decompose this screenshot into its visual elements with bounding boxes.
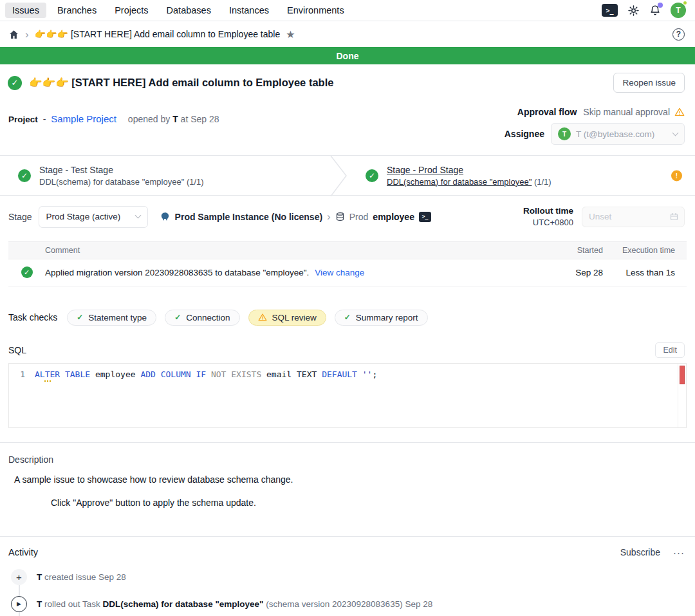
breadcrumb-chevron-icon: › — [25, 29, 29, 40]
warning-triangle-icon — [674, 107, 685, 117]
nav-tab-issues[interactable]: Issues — [5, 3, 46, 18]
database-link[interactable]: employee — [373, 212, 414, 222]
activity-date: Sep 28 — [98, 572, 126, 582]
check-pill-label: Connection — [186, 313, 230, 322]
row-execution-time: Less than 1s — [603, 268, 675, 277]
database-path: Prod Sample Instance (No license) › Prod… — [160, 211, 431, 222]
avatar-initial: T — [676, 6, 680, 15]
opened-by-text: opened by T at Sep 28 — [128, 114, 219, 124]
task-checks-label: Task checks — [8, 312, 57, 322]
activity-meta: (schema version 20230928083635) — [266, 599, 402, 609]
assignee-select[interactable]: T T (t@bytebase.com) — [551, 123, 685, 145]
help-glyph: ? — [676, 30, 681, 39]
activity-action: rolled out Task — [44, 599, 100, 609]
stage-strip: ✓ Stage - Test Stage DDL(schema) for dat… — [0, 155, 695, 196]
activity-header: Activity Subscribe ··· — [8, 547, 685, 558]
description-line: Click "Approve" button to apply the sche… — [51, 498, 685, 508]
approval-flow-value: Skip manual approval — [583, 107, 685, 117]
reopen-issue-button[interactable]: Reopen issue — [613, 73, 685, 93]
activity-section: Activity Subscribe ··· + T created issue… — [0, 537, 695, 616]
table-row[interactable]: ✓ Applied migration version 202309280836… — [8, 259, 687, 286]
assignee-row: Assignee T T (t@bytebase.com) — [505, 123, 685, 145]
nav-tab-projects[interactable]: Projects — [107, 3, 155, 18]
row-started: Sep 28 — [558, 268, 603, 277]
stage-prod-task-count: (1/1) — [534, 177, 551, 187]
stage-warning-badge[interactable]: ! — [671, 170, 682, 181]
project-link[interactable]: Sample Project — [51, 113, 116, 124]
stage-test-check-icon: ✓ — [18, 169, 31, 182]
editor-scrollbar[interactable] — [678, 364, 686, 427]
star-icon[interactable]: ★ — [286, 28, 295, 41]
subscribe-button[interactable]: Subscribe — [620, 547, 660, 557]
activity-date: Sep 28 — [405, 599, 432, 609]
stage-test-name: Stage - Test Stage — [39, 165, 204, 175]
opened-by-user: T — [172, 114, 178, 124]
assignee-value: T (t@bytebase.com) — [576, 129, 668, 139]
column-header-started: Started — [558, 246, 603, 255]
sql-editor-icon[interactable]: >_ — [602, 4, 618, 17]
project-label: Project — [8, 115, 38, 124]
activity-action: created issue — [44, 572, 96, 582]
more-options-icon[interactable]: ··· — [673, 547, 685, 558]
help-icon[interactable]: ? — [672, 28, 685, 41]
timeline-connector — [19, 585, 20, 596]
check-success-icon: ✓ — [344, 313, 351, 322]
stage-prod-task: DDL(schema) for database "employee" (1/1… — [387, 177, 551, 187]
line-number: 1 — [9, 369, 35, 379]
play-circle-icon: ▶ — [11, 596, 27, 612]
nav-tab-instances[interactable]: Instances — [222, 3, 276, 18]
open-sql-editor-icon[interactable]: >_ — [419, 212, 431, 222]
home-icon[interactable] — [8, 29, 19, 40]
row-comment-text: Applied migration version 20230928083635… — [45, 268, 309, 277]
row-success-check-icon: ✓ — [21, 266, 33, 278]
stage-divider-chevron — [329, 156, 349, 196]
opened-at: at Sep 28 — [181, 114, 219, 124]
check-pill-connection[interactable]: ✓ Connection — [165, 310, 239, 326]
notifications-bell-icon[interactable] — [649, 5, 661, 16]
sql-token: ; — [372, 369, 377, 379]
nav-tab-branches[interactable]: Branches — [50, 3, 104, 18]
stage-card-test[interactable]: ✓ Stage - Test Stage DDL(schema) for dat… — [0, 156, 348, 195]
stage-select[interactable]: Prod Stage (active) — [39, 206, 148, 228]
check-pill-sql-review[interactable]: SQL review — [248, 310, 326, 326]
sql-token: TEXT — [297, 369, 322, 379]
issue-title: 👉👉👉 [START HERE] Add email column to Emp… — [29, 77, 606, 89]
breadcrumb: › 👉👉👉 [START HERE] Add email column to E… — [8, 28, 295, 41]
settings-gear-icon[interactable] — [627, 5, 640, 17]
stage-select-label: Stage — [8, 212, 32, 222]
plus-icon: + — [11, 569, 27, 585]
user-avatar[interactable]: T — [671, 3, 686, 18]
task-checks-row: Task checks ✓ Statement type ✓ Connectio… — [0, 286, 695, 330]
activity-timeline: + T created issue Sep 28 ▶ T rolled out … — [8, 569, 685, 616]
stage-select-value: Prod Stage (active) — [46, 212, 121, 221]
description-label: Description — [8, 454, 685, 465]
column-header-execution-time: Execution time — [603, 246, 675, 255]
issue-title-row: ✓ 👉👉👉 [START HERE] Add email column to E… — [0, 64, 695, 98]
approval-flow-row: Approval flow Skip manual approval — [517, 107, 685, 117]
check-success-icon: ✓ — [77, 313, 83, 322]
check-pill-label: Statement type — [88, 313, 147, 322]
nav-tab-databases[interactable]: Databases — [160, 3, 218, 18]
stage-prod-name: Stage - Prod Stage — [387, 165, 551, 175]
sql-editor[interactable]: 1 ALTER TABLE employee ADD COLUMN IF NOT… — [8, 363, 687, 428]
task-run-table: Comment Started Execution time ✓ Applied… — [8, 241, 687, 286]
stage-bar: Stage Prod Stage (active) Prod Sample In… — [0, 196, 695, 235]
approval-flow-text: Skip manual approval — [583, 107, 670, 117]
check-pill-statement-type[interactable]: ✓ Statement type — [67, 310, 156, 326]
sql-edit-button[interactable]: Edit — [655, 342, 685, 358]
notification-dot — [658, 3, 663, 8]
avatar-status-dot — [683, 1, 687, 5]
column-header-comment: Comment — [45, 246, 558, 255]
nav-tab-environments[interactable]: Environments — [280, 3, 351, 18]
assignee-avatar: T — [558, 127, 571, 140]
activity-text: T created issue Sep 28 — [37, 572, 126, 582]
check-pill-label: Summary report — [356, 313, 418, 322]
instance-link[interactable]: Prod Sample Instance (No license) — [175, 212, 323, 222]
rollout-timezone: UTC+0800 — [523, 217, 573, 229]
view-change-link[interactable]: View change — [315, 268, 364, 277]
stage-card-prod[interactable]: ✓ Stage - Prod Stage DDL(schema) for dat… — [348, 156, 695, 195]
chevron-down-icon — [672, 129, 679, 136]
terminal-glyph: >_ — [606, 7, 613, 14]
check-pill-summary-report[interactable]: ✓ Summary report — [335, 310, 428, 326]
stage-prod-task-name[interactable]: DDL(schema) for database "employee" — [387, 177, 532, 187]
